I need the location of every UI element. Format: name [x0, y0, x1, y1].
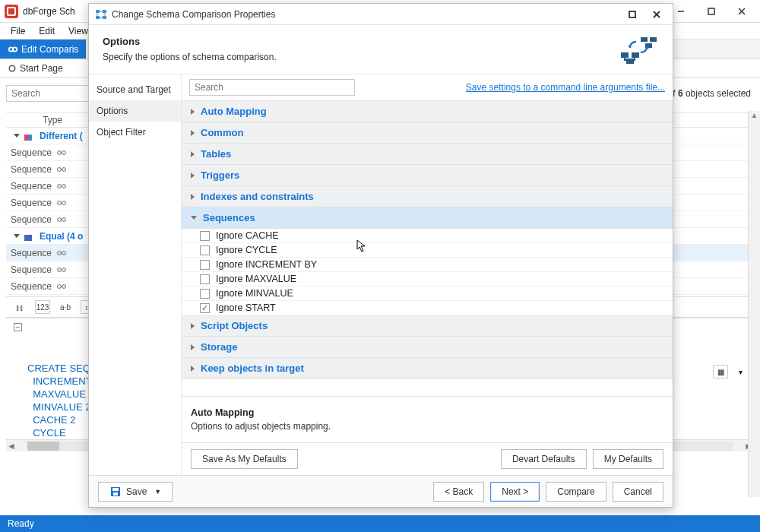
option-ignore-maxvalue[interactable]: Ignore MAXVALUE — [182, 272, 673, 287]
equal-icon — [24, 233, 35, 240]
category-label: Indexes and constraints — [201, 191, 314, 202]
sidenav-source-target[interactable]: Source and Target — [89, 79, 181, 100]
different-icon — [24, 132, 35, 140]
dropdown-icon[interactable]: ▾ — [733, 365, 748, 378]
svg-rect-25 — [621, 52, 629, 58]
svg-point-9 — [62, 184, 66, 188]
category-storage[interactable]: Storage — [182, 337, 673, 358]
checkbox[interactable] — [200, 245, 210, 255]
option-ignore-start[interactable]: Ignore START — [182, 301, 673, 315]
dialog-main: Save settings to a command line argument… — [182, 74, 673, 475]
menu-file[interactable]: File — [5, 24, 31, 38]
code-line: INCREMENT — [27, 375, 92, 387]
app-icon — [5, 5, 18, 18]
category-common[interactable]: Common — [182, 122, 673, 144]
svg-point-3 — [9, 65, 15, 71]
sequence-label: Sequence — [11, 198, 52, 208]
option-ignore-minvalue[interactable]: Ignore MINVALUE — [182, 287, 673, 301]
sequence-icon — [56, 264, 67, 275]
svg-point-13 — [62, 217, 66, 221]
svg-point-18 — [58, 284, 62, 288]
svg-point-12 — [58, 217, 62, 221]
category-auto-mapping[interactable]: Auto Mapping — [182, 101, 673, 122]
option-label: Ignore CACHE — [216, 230, 279, 241]
back-button[interactable]: < Back — [433, 482, 484, 502]
collapse-toggle[interactable]: − — [14, 323, 22, 331]
sidenav-object-filter[interactable]: Object Filter — [89, 122, 181, 143]
category-label: Script Objects — [201, 320, 268, 331]
save-as-my-defaults-button[interactable]: Save As My Defaults — [191, 449, 298, 469]
main-minimize-button[interactable] — [670, 4, 692, 19]
group-different-label: Different ( — [40, 131, 83, 141]
dialog-close-button[interactable] — [647, 7, 667, 22]
main-window-controls — [670, 4, 752, 19]
checkbox[interactable] — [200, 231, 210, 241]
my-defaults-button[interactable]: My Defaults — [593, 449, 663, 469]
svg-point-5 — [62, 150, 66, 154]
code-line: CYCLE — [27, 427, 66, 439]
option-label: Ignore MAXVALUE — [216, 274, 296, 284]
sequence-label: Sequence — [11, 248, 52, 258]
compare-button[interactable]: Compare — [546, 482, 606, 502]
option-label: Ignore MINVALUE — [216, 288, 293, 299]
main-close-button[interactable] — [731, 4, 752, 19]
category-tables[interactable]: Tables — [182, 144, 673, 165]
checkbox[interactable] — [200, 274, 210, 284]
status-text: Ready — [8, 518, 34, 529]
save-cmdline-link[interactable]: Save settings to a command line argument… — [466, 82, 665, 93]
grid-icon[interactable]: ▦ — [713, 365, 728, 378]
option-ignore-increment-by[interactable]: Ignore INCREMENT BY — [182, 258, 673, 272]
ab-icon[interactable]: a·b — [58, 300, 73, 314]
dialog-titlebar: Change Schema Comparison Properties — [89, 4, 673, 25]
dialog-title: Change Schema Comparison Properties — [112, 9, 618, 20]
split-vertical-icon[interactable]: ⫿⫿ — [12, 300, 27, 314]
option-description: Auto Mapping Options to adjust objects m… — [182, 396, 673, 442]
category-triggers[interactable]: Triggers — [182, 165, 673, 186]
category-label: Keep objects in target — [201, 363, 304, 374]
category-indexes-and-constraints[interactable]: Indexes and constraints — [182, 186, 673, 207]
sidenav-options[interactable]: Options — [89, 100, 181, 122]
devart-defaults-button[interactable]: Devart Defaults — [501, 449, 587, 469]
defaults-buttons: Save As My Defaults Devart Defaults My D… — [182, 442, 673, 475]
chevron-right-icon — [191, 323, 195, 329]
category-sequences[interactable]: Sequences — [182, 207, 673, 229]
svg-rect-28 — [641, 37, 648, 42]
desc-text: Options to adjust objects mapping. — [191, 421, 663, 432]
checkbox[interactable] — [200, 289, 210, 299]
chevron-right-icon — [191, 130, 195, 136]
svg-point-17 — [62, 268, 66, 271]
code-num: 2 — [70, 414, 75, 426]
123-icon[interactable]: 123 — [35, 300, 50, 314]
option-ignore-cache[interactable]: Ignore CACHE — [182, 229, 673, 243]
main-maximize-button[interactable] — [701, 4, 722, 19]
svg-rect-0 — [708, 8, 714, 14]
checkbox[interactable] — [200, 260, 210, 270]
vertical-scrollbar[interactable]: ▲ — [748, 111, 760, 497]
chevron-down-icon: ▼ — [154, 488, 161, 496]
sequence-icon — [56, 248, 67, 258]
option-ignore-cycle[interactable]: Ignore CYCLE — [182, 243, 673, 258]
checkbox[interactable] — [200, 303, 210, 313]
sequence-icon — [56, 164, 67, 175]
svg-point-2 — [13, 47, 17, 51]
sequence-icon — [56, 147, 67, 158]
category-script-objects[interactable]: Script Objects — [182, 315, 673, 337]
options-search-input[interactable] — [189, 79, 355, 96]
category-keep-objects-in-target[interactable]: Keep objects in target — [182, 358, 673, 379]
right-view-icons: ▦ ▾ — [713, 365, 748, 378]
svg-point-19 — [62, 284, 66, 288]
chevron-right-icon — [191, 366, 195, 372]
dialog-header-subtitle: Specify the options of schema comparison… — [103, 52, 277, 62]
start-page-label: Start Page — [20, 63, 63, 74]
next-button[interactable]: Next > — [490, 482, 540, 502]
save-button[interactable]: Save ▼ — [98, 482, 173, 502]
sequence-label: Sequence — [11, 164, 52, 175]
cancel-button[interactable]: Cancel — [613, 482, 663, 502]
svg-point-8 — [58, 184, 62, 188]
category-label: Sequences — [203, 212, 255, 223]
menu-edit[interactable]: Edit — [33, 24, 61, 38]
chevron-right-icon — [191, 194, 195, 200]
tab-edit-comparison[interactable]: Edit Comparis — [0, 40, 86, 59]
svg-rect-22 — [96, 16, 100, 19]
dialog-maximize-button[interactable] — [622, 7, 642, 22]
